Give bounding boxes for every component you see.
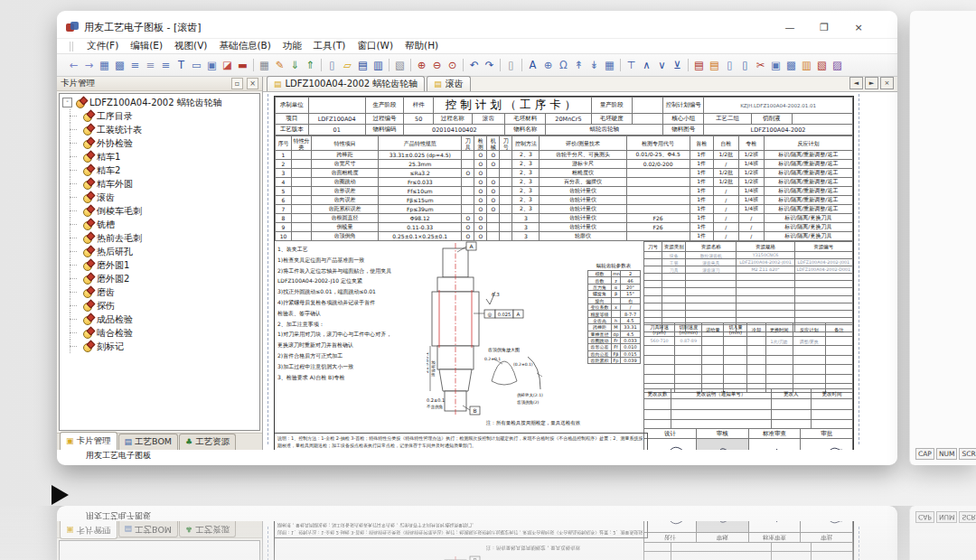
sidebar-item[interactable]: 倒棱车毛刺 (62, 204, 259, 218)
delete-card-icon[interactable]: ▧ (814, 58, 830, 73)
align-right-icon[interactable]: ≡ (158, 58, 174, 73)
sidebar-item[interactable]: 工序目录 (62, 109, 259, 123)
sidebar-item[interactable]: 磨齿 (62, 285, 259, 299)
picture-icon[interactable]: ▣ (204, 58, 220, 73)
menu-item[interactable]: 编辑(E) (130, 40, 163, 52)
dock-float-button[interactable]: ▫ (231, 78, 243, 89)
tab-close-button[interactable]: × (880, 77, 894, 89)
frame-icon[interactable]: ▦ (602, 58, 617, 73)
undo-icon[interactable]: ↶ (466, 58, 482, 73)
sidebar-tab[interactable]: ▣ 卡片管理 (60, 432, 117, 450)
sidebar-tab[interactable]: ♣ 工艺资源 (179, 434, 236, 450)
sidebar-item[interactable]: 热后研孔 (62, 245, 259, 258)
subscript-icon[interactable]: ↡ (587, 58, 602, 73)
field-select-icon[interactable]: ▦ (97, 58, 112, 73)
sidebar-item[interactable]: 成品检验 (62, 313, 259, 326)
process-card[interactable]: 承制单位 生产阶段 样件 控制计划（工序卡） 量产阶段 控制计划编号 KZJH.… (274, 96, 854, 450)
angle-up-icon[interactable]: ∧ (639, 58, 654, 73)
eraser-icon[interactable]: ◪ (220, 58, 235, 73)
fill-icon[interactable]: ▬ (235, 58, 250, 73)
sidebar-item[interactable]: 热前去毛刺 (62, 231, 259, 245)
dock-close-button[interactable]: × (247, 78, 258, 89)
card-props-icon[interactable]: ▨ (830, 58, 845, 73)
back-icon[interactable]: ← (66, 58, 81, 73)
restore-button[interactable]: ❐ (818, 22, 831, 33)
redo-icon[interactable]: ↷ (482, 58, 497, 73)
sidebar-root-item[interactable]: - LDFZ100A04-2002 蜗轮齿轮轴 (62, 96, 259, 109)
append-row-icon[interactable]: ▤ (707, 58, 722, 73)
menu-item[interactable]: 功能 (283, 40, 302, 52)
sidebar-item[interactable]: 磨外圆1 (62, 258, 259, 272)
sidebar-item[interactable]: 外协检验 (62, 136, 259, 150)
append-page-icon[interactable]: ▯ (737, 58, 753, 73)
save-icon[interactable]: ▤ (355, 58, 371, 73)
minimize-button[interactable]: — (784, 22, 796, 33)
sidebar-item[interactable]: 铣槽 (62, 218, 259, 231)
sidebar-item[interactable]: 啮合检验 (62, 326, 259, 340)
menu-item[interactable]: 窗口(W) (357, 40, 393, 52)
zoom-in-icon[interactable]: ⊕ (414, 58, 429, 73)
import-icon[interactable]: ⇓ (287, 58, 303, 73)
sidebar-item[interactable]: 磨外圆2 (62, 272, 259, 285)
close-button[interactable]: × (852, 22, 865, 33)
sidebar-item[interactable]: 滚齿 (62, 191, 259, 204)
table-cell: 1件 (690, 214, 713, 223)
menu-item[interactable]: 视图(V) (174, 40, 207, 52)
sidebar-item[interactable]: 探伤 (62, 299, 259, 313)
sidebar-item[interactable]: 刻标记 (62, 340, 259, 353)
table-cell (644, 374, 675, 383)
fit-top-icon[interactable]: ⊤ (624, 58, 639, 73)
sidebar-item[interactable]: 精车外圆 (62, 177, 259, 191)
menu-item[interactable]: 基础信息(B) (219, 40, 270, 52)
document-tab[interactable]: ▤ LDFZ100A04-2002 蜗轮齿轮轴 (267, 76, 425, 91)
field-merge-icon[interactable]: ▩ (112, 58, 127, 73)
tab-scroll-right-button[interactable]: ► (865, 77, 878, 89)
copy-icon[interactable]: ▩ (784, 58, 799, 73)
capture-icon[interactable]: ▦ (257, 58, 272, 73)
angle-down-icon[interactable]: ∨ (654, 58, 670, 73)
insert-row-icon[interactable]: ▤ (691, 58, 707, 73)
font-icon[interactable]: A (525, 58, 540, 73)
forward-icon[interactable]: → (81, 58, 97, 73)
sidebar-item[interactable]: 精车1 (62, 150, 259, 163)
open-icon[interactable]: ▱ (340, 58, 355, 73)
print-icon[interactable]: ▧ (392, 58, 408, 73)
sidebar-item[interactable]: 工装统计表 (62, 123, 259, 136)
union-icon[interactable]: ⊻ (670, 58, 685, 73)
save-all-icon[interactable]: ▥ (371, 58, 386, 73)
sidebar-item[interactable]: 精车2 (62, 163, 259, 177)
table-cell: 2 (276, 160, 292, 169)
table-row: 8齿根圆直径Φ98.12OO3齿轮计量仪F261件//标识/隔离/更换刀具 (276, 214, 853, 223)
datetime-icon[interactable]: ⊕ (540, 58, 556, 73)
cut-row-icon[interactable]: ✂ (753, 58, 768, 73)
export-icon[interactable]: ⇑ (303, 58, 318, 73)
menu-item[interactable]: 文件(F) (87, 40, 118, 52)
align-left-icon[interactable]: ≡ (127, 58, 143, 73)
copy-card-icon[interactable]: ▣ (768, 58, 784, 73)
tree-collapse-icon[interactable]: - (62, 98, 72, 107)
zoom-extent-icon[interactable]: ⊙ (445, 58, 460, 73)
paste-icon[interactable]: ▥ (799, 58, 814, 73)
align-center-icon[interactable]: ≡ (143, 58, 158, 73)
next-slide-peek[interactable]: CAPNUMSCRL (909, 11, 976, 465)
new-icon[interactable]: ▯ (324, 58, 340, 73)
insert-page-icon[interactable]: ▯ (722, 58, 737, 73)
menu-item[interactable]: 帮助(H) (405, 40, 438, 52)
field-label: 项目 (276, 114, 309, 125)
text-icon[interactable]: T (174, 58, 189, 73)
superscript-icon[interactable]: ↟ (571, 58, 587, 73)
textbox-icon[interactable]: ▭ (189, 58, 204, 73)
title-bar[interactable]: 用友工艺电子图板 - [滚齿] — ❐ × (57, 11, 897, 38)
menu-item[interactable]: 工具(T) (314, 40, 346, 52)
carousel-arrow-icon[interactable] (52, 485, 69, 505)
drawing-canvas[interactable]: 承制单位 生产阶段 样件 控制计划（工序卡） 量产阶段 控制计划编号 KZJH.… (263, 92, 897, 450)
sidebar-tab[interactable]: ▤ 工艺BOM (118, 434, 179, 450)
table-cell: mn (612, 271, 621, 277)
tab-scroll-left-button[interactable]: ◄ (849, 77, 863, 89)
pen-icon[interactable]: ✎ (272, 58, 287, 73)
special-char-icon[interactable]: Ω (556, 58, 571, 73)
zoom-out-icon[interactable]: ⊖ (429, 58, 445, 73)
sidebar-tab-label: 卡片管理 (77, 435, 111, 447)
document-tab[interactable]: ▤ 滚齿 (427, 76, 471, 91)
card-preview-icon[interactable]: ▯ (503, 58, 519, 73)
